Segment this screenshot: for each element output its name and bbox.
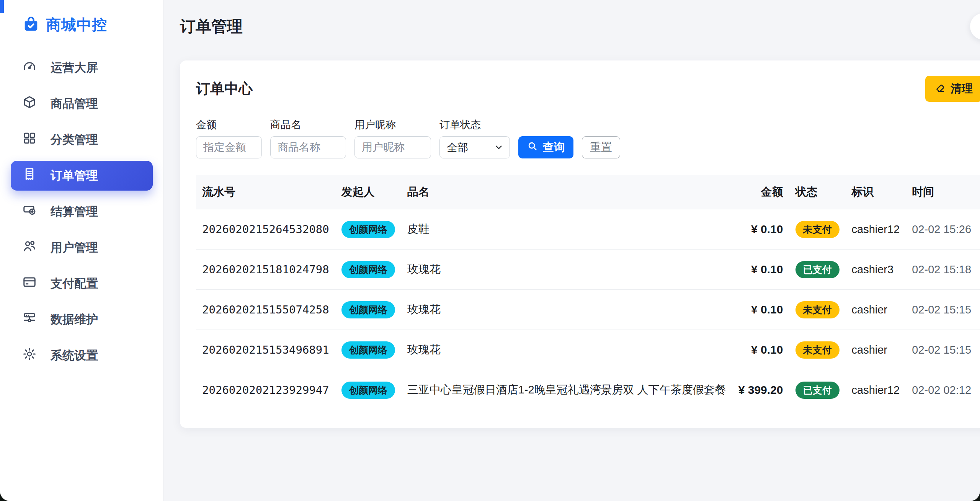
order-time: 02-02 15:26	[906, 209, 977, 250]
shopping-bag-check-icon	[22, 15, 40, 34]
col-actions: 操作	[977, 175, 980, 209]
sidebar-item-settings[interactable]: 系统设置	[11, 341, 153, 370]
page-title: 订单管理	[180, 16, 243, 37]
nickname-label: 用户昵称	[354, 118, 431, 132]
sidebar-item-label: 运营大屏	[51, 60, 98, 76]
window-edge-accent	[0, 0, 4, 13]
col-serial: 流水号	[196, 175, 335, 209]
brand-title: 商城中控	[46, 15, 107, 35]
order-serial: 2026020215155074258	[202, 303, 329, 316]
sidebar-item-label: 结算管理	[51, 204, 98, 220]
cashier-id: cashier12	[846, 370, 906, 410]
order-amount: ¥ 399.20	[732, 370, 789, 410]
order-amount: ¥ 0.10	[732, 290, 789, 330]
sidebar-nav: 运营大屏 商品管理 分类管理	[11, 53, 153, 370]
sidebar-item-payment[interactable]: 支付配置	[11, 269, 153, 299]
order-receipt-icon	[22, 167, 37, 184]
sidebar-item-categories[interactable]: 分类管理	[11, 125, 153, 155]
order-time: 02-02 15:15	[906, 330, 977, 370]
status-badge: 已支付	[795, 382, 840, 399]
brand: 商城中控	[22, 15, 153, 35]
sidebar-item-settlement[interactable]: 结算管理	[11, 197, 153, 227]
order-time: 02-02 15:15	[906, 290, 977, 330]
table-row: 2026020215264532080 创颜网络 皮鞋 ¥ 0.10 未支付 c…	[196, 209, 980, 250]
product-name: 玫瑰花	[401, 290, 732, 330]
payment-card-icon	[22, 275, 37, 292]
sidebar-item-label: 系统设置	[51, 348, 98, 364]
topbar: 订单管理 admin	[180, 13, 980, 40]
cashier-id: cashier	[846, 330, 906, 370]
order-serial: 2026020215181024798	[202, 263, 329, 276]
cashier-id: cashier12	[846, 209, 906, 250]
product-name-input[interactable]	[270, 136, 346, 158]
table-row: 2026020215155074258 创颜网络 玫瑰花 ¥ 0.10 未支付 …	[196, 290, 980, 330]
status-badge: 未支付	[795, 221, 840, 238]
order-serial: 2026020215153496891	[202, 343, 329, 356]
col-cashier: 标识	[846, 175, 906, 209]
sidebar-item-data[interactable]: 数据维护	[11, 305, 153, 335]
reset-button[interactable]: 重置	[582, 136, 620, 158]
user-menu-button[interactable]: admin	[970, 13, 980, 40]
product-name: 玫瑰花	[401, 250, 732, 290]
product-label: 商品名	[270, 118, 346, 132]
sidebar-item-label: 用户管理	[51, 240, 98, 256]
col-product: 品名	[401, 175, 732, 209]
users-icon	[22, 239, 37, 256]
amount-input[interactable]	[196, 136, 262, 158]
col-status: 状态	[789, 175, 846, 209]
sidebar-item-dashboard[interactable]: 运营大屏	[11, 53, 153, 83]
product-name: 三亚中心皇冠假日酒店1-2晚皇冠礼遇湾景房双 人下午茶度假套餐	[401, 370, 732, 410]
nickname-input[interactable]	[354, 136, 431, 158]
initiator-badge: 创颜网络	[341, 301, 395, 318]
table-row: 2026020215181024798 创颜网络 玫瑰花 ¥ 0.10 已支付 …	[196, 250, 980, 290]
clean-button[interactable]: 清理	[925, 76, 980, 102]
col-amount: 金额	[732, 175, 789, 209]
cashier-id: cashier	[846, 290, 906, 330]
status-badge: 未支付	[795, 301, 840, 318]
sidebar-item-users[interactable]: 用户管理	[11, 233, 153, 263]
package-box-icon	[22, 95, 37, 113]
order-amount: ¥ 0.10	[732, 209, 789, 250]
order-status-select[interactable]: 全部	[439, 136, 510, 158]
order-serial: 2026020215264532080	[202, 223, 329, 236]
card-header-actions: 清理 清空	[925, 76, 980, 102]
sidebar-item-products[interactable]: 商品管理	[11, 89, 153, 119]
product-name: 玫瑰花	[401, 330, 732, 370]
card-title: 订单中心	[196, 79, 253, 98]
initiator-badge: 创颜网络	[341, 341, 395, 359]
search-button[interactable]: 查询	[518, 136, 573, 158]
sidebar-item-orders[interactable]: 订单管理	[11, 161, 153, 191]
card-header: 订单中心 清理	[196, 76, 980, 102]
search-icon	[527, 140, 538, 155]
dashboard-gauge-icon	[22, 59, 37, 77]
settlement-money-icon	[22, 203, 37, 220]
col-time: 时间	[906, 175, 977, 209]
sidebar: 商城中控 运营大屏 商品管理	[0, 0, 164, 501]
status-filter: 订单状态 全部	[439, 118, 510, 158]
app-window: 商城中控 运营大屏 商品管理	[0, 0, 980, 501]
product-name: 皮鞋	[401, 209, 732, 250]
amount-filter: 金额	[196, 118, 262, 158]
table-header-row: 流水号 发起人 品名 金额 状态 标识 时间 操作	[196, 175, 980, 209]
sidebar-item-label: 分类管理	[51, 132, 98, 148]
eraser-icon	[934, 82, 946, 96]
amount-label: 金额	[196, 118, 262, 132]
order-center-card: 订单中心 清理	[180, 60, 980, 428]
order-time: 02-02 15:18	[906, 250, 977, 290]
initiator-badge: 创颜网络	[341, 261, 395, 278]
cashier-id: cashier3	[846, 250, 906, 290]
sidebar-item-label: 支付配置	[51, 276, 98, 292]
settings-gear-icon	[22, 347, 37, 364]
nickname-filter: 用户昵称	[354, 118, 431, 158]
order-amount: ¥ 0.10	[732, 250, 789, 290]
orders-table: 流水号 发起人 品名 金额 状态 标识 时间 操作 20260202152645…	[196, 175, 980, 410]
sidebar-item-label: 数据维护	[51, 312, 98, 328]
table-row: 2026020202123929947 创颜网络 三亚中心皇冠假日酒店1-2晚皇…	[196, 370, 980, 410]
product-filter: 商品名	[270, 118, 346, 158]
table-row: 2026020215153496891 创颜网络 玫瑰花 ¥ 0.10 未支付 …	[196, 330, 980, 370]
main-content: 订单管理 admin 订单中心	[164, 0, 980, 501]
status-badge: 未支付	[795, 341, 840, 359]
sidebar-item-label: 订单管理	[51, 168, 98, 184]
status-label: 订单状态	[439, 118, 510, 132]
order-time: 02-02 02:12	[906, 370, 977, 410]
